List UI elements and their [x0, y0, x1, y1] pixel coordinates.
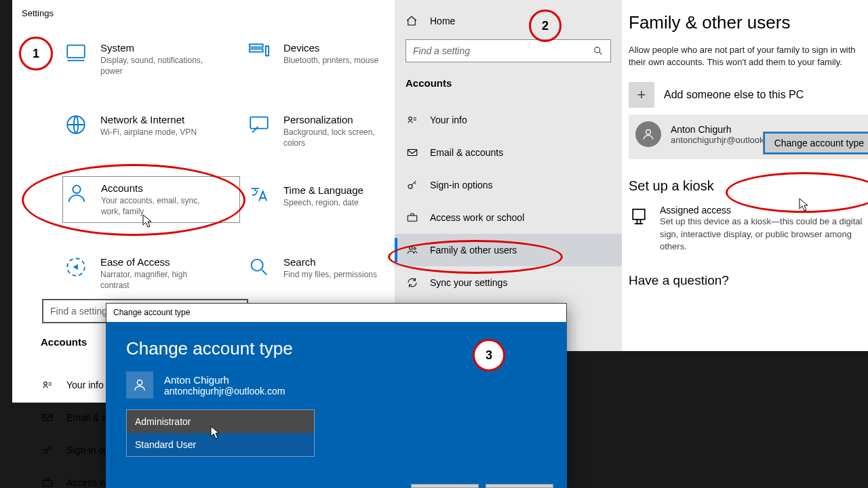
- svg-rect-12: [43, 481, 52, 486]
- dropdown-option-standard-user[interactable]: Standard User: [127, 433, 314, 456]
- sidebar-section-heading: Accounts: [395, 62, 622, 89]
- nav-access-work[interactable]: Access work or school: [395, 201, 622, 234]
- cursor-icon: [142, 214, 152, 228]
- cursor-icon: [799, 198, 808, 211]
- other-user-item[interactable]: Anton Chigurh antonchigurhjr@outlook.com…: [629, 115, 868, 159]
- nav-your-info[interactable]: Your info: [395, 104, 622, 136]
- annotation-ellipse-family: [388, 240, 563, 274]
- add-user-button[interactable]: + Add someone else to this PC: [629, 82, 868, 108]
- svg-point-22: [137, 380, 142, 385]
- nav-signin-options[interactable]: Sign-in options: [395, 169, 622, 201]
- nav-label: Sign-in options: [430, 180, 493, 190]
- dialog-ok-button[interactable]: [411, 484, 479, 488]
- annotation-badge-2: 2: [529, 9, 561, 42]
- svg-point-9: [44, 382, 47, 386]
- svg-rect-0: [67, 45, 85, 58]
- person-card-icon: [41, 378, 54, 392]
- nav-label: Your info: [66, 380, 104, 390]
- person-card-icon: [406, 113, 419, 127]
- search-icon: [247, 255, 271, 279]
- category-ease-of-access[interactable]: Ease of Access Narrator, magnifier, high…: [62, 251, 240, 296]
- category-title: System: [100, 42, 235, 54]
- have-a-question-heading: Have a question?: [629, 273, 868, 288]
- sidebar-search-input[interactable]: Find a setting: [406, 39, 611, 62]
- svg-point-13: [595, 47, 600, 53]
- sync-icon: [406, 276, 419, 289]
- add-user-label: Add someone else to this PC: [664, 89, 804, 101]
- dropdown-option-administrator[interactable]: Administrator: [127, 410, 314, 433]
- category-desc: Narrator, magnifier, high contrast: [100, 269, 216, 291]
- dialog-titlebar: Change account type: [106, 303, 567, 322]
- nav-label: Your info: [430, 115, 467, 125]
- svg-rect-15: [408, 150, 417, 156]
- search-placeholder-text: Find a setting: [413, 45, 470, 56]
- svg-point-20: [646, 130, 651, 135]
- dialog-button-row: [411, 484, 553, 488]
- category-desc: Bluetooth, printers, mouse: [283, 55, 399, 66]
- category-title: Network & Internet: [100, 114, 235, 125]
- account-type-dropdown[interactable]: Administrator Standard User: [126, 409, 315, 457]
- avatar-icon: [635, 121, 661, 147]
- paint-icon: [247, 113, 271, 137]
- window-title: Settings: [12, 0, 395, 18]
- assigned-access-button[interactable]: Assigned access Set up this device as a …: [629, 205, 868, 253]
- svg-point-11: [43, 449, 47, 453]
- nav-label: Home: [430, 16, 455, 26]
- key-icon: [406, 178, 419, 192]
- category-desc: Background, lock screen, colors: [283, 127, 399, 148]
- plus-icon: +: [629, 82, 654, 108]
- cursor-icon: [210, 426, 220, 439]
- globe-icon: [64, 113, 88, 137]
- change-account-type-dialog: Change account type Change account type …: [106, 303, 567, 488]
- avatar-icon: [126, 371, 153, 399]
- nav-email-accounts[interactable]: Email & ac: [41, 401, 112, 434]
- dialog-user-info: Anton Chigurh antonchigurhjr@outlook.com: [126, 371, 547, 399]
- language-icon: [247, 183, 271, 207]
- svg-rect-2: [250, 49, 263, 52]
- category-desc: Wi-Fi, airplane mode, VPN: [100, 127, 216, 138]
- dialog-user-name: Anton Chigurh: [164, 374, 285, 386]
- category-system[interactable]: System Display, sound, notifications, po…: [62, 37, 240, 82]
- dialog-user-email: antonchigurhjr@outlook.com: [164, 386, 285, 396]
- annotation-badge-1: 1: [19, 37, 53, 70]
- mail-icon: [41, 411, 54, 424]
- mail-icon: [406, 146, 419, 159]
- briefcase-icon: [406, 211, 419, 224]
- search-icon: [593, 45, 604, 56]
- key-icon: [41, 443, 54, 457]
- accounts-sidebar-partial: Your info Email & ac Sign-in op Access w…: [41, 369, 112, 488]
- svg-point-14: [409, 117, 412, 121]
- nav-label: Access wo: [66, 477, 112, 488]
- category-network[interactable]: Network & Internet Wi-Fi, airplane mode,…: [62, 108, 240, 143]
- nav-email-accounts[interactable]: Email & accounts: [395, 136, 622, 169]
- annotation-ellipse-accounts: [22, 164, 245, 236]
- briefcase-icon: [41, 476, 54, 488]
- section-heading-accounts: Accounts: [41, 336, 87, 348]
- assigned-access-desc: Set up this device as a kiosk—this could…: [660, 216, 868, 253]
- svg-point-8: [252, 260, 263, 271]
- category-desc: Speech, region, date: [283, 197, 399, 208]
- category-desc: Find my files, permissions: [283, 269, 399, 280]
- change-account-type-button[interactable]: Change account type: [764, 132, 868, 154]
- svg-rect-3: [266, 46, 269, 56]
- nav-label: Sign-in op: [66, 445, 109, 455]
- nav-label: Access work or school: [430, 212, 524, 223]
- nav-your-info[interactable]: Your info: [41, 369, 112, 401]
- svg-point-16: [408, 184, 412, 188]
- svg-rect-10: [43, 415, 52, 421]
- nav-label: Email & accounts: [430, 147, 503, 158]
- nav-access-work[interactable]: Access wo: [41, 466, 112, 488]
- devices-icon: [247, 41, 271, 65]
- system-icon: [64, 41, 88, 65]
- svg-rect-21: [633, 209, 645, 220]
- page-description: Allow people who are not part of your fa…: [629, 44, 868, 68]
- nav-home[interactable]: Home: [395, 0, 622, 27]
- ease-icon: [64, 255, 88, 279]
- nav-label: Email & ac: [66, 412, 112, 423]
- nav-signin-options[interactable]: Sign-in op: [41, 434, 112, 466]
- svg-rect-5: [250, 117, 268, 129]
- kiosk-icon: [629, 205, 649, 229]
- page-heading: Family & other users: [629, 12, 868, 33]
- nav-label: Sync your settings: [430, 277, 507, 288]
- dialog-cancel-button[interactable]: [486, 484, 553, 488]
